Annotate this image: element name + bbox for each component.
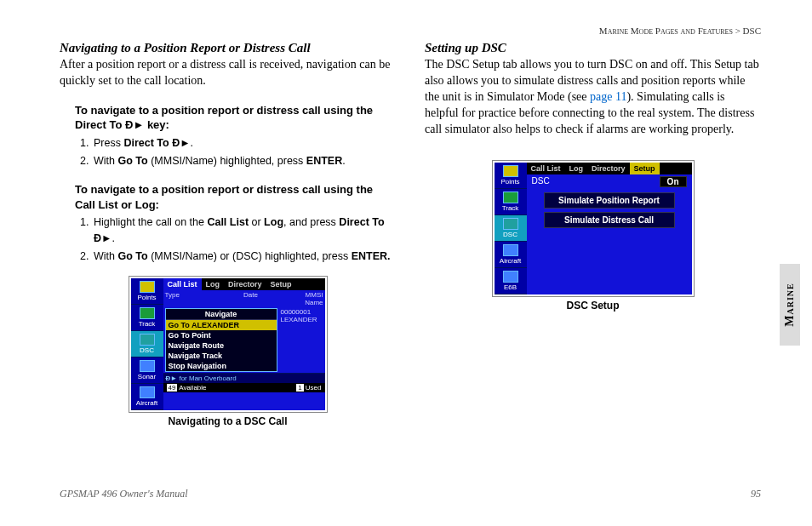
points-icon	[140, 281, 155, 293]
dsc-icon	[503, 218, 518, 230]
sonar-icon	[140, 360, 155, 372]
e6b-icon	[503, 271, 518, 283]
page-footer: GPSMAP 496 Owner's Manual 95	[60, 488, 761, 500]
proc2-step1: Highlight the call on the Call List or L…	[92, 214, 396, 247]
proc2-steps: Highlight the call on the Call List or L…	[92, 214, 396, 264]
breadcrumb: Marine Mode Pages and Features > DSC	[60, 26, 761, 36]
proc1-step1: Press Direct To Đ►.	[92, 135, 396, 152]
points-icon	[503, 165, 518, 177]
manual-title: GPSMAP 496 Owner's Manual	[60, 488, 188, 500]
track-icon	[503, 192, 518, 203]
aircraft-icon	[503, 244, 518, 256]
sim-position-button: Simulate Position Report	[544, 192, 675, 209]
page-number: 95	[751, 488, 761, 500]
track-icon	[140, 307, 155, 319]
direct-to-icon: Đ►	[125, 117, 144, 133]
right-heading: Setting up DSC	[425, 41, 761, 55]
page-link[interactable]: page 11	[590, 90, 626, 103]
direct-to-icon: Đ►	[94, 231, 112, 247]
figure-1: Points Track DSC Sonar Aircraft Call Lis…	[60, 277, 396, 427]
sim-distress-button: Simulate Distress Call	[544, 212, 675, 228]
section-tab-marine: Marine	[780, 264, 800, 346]
dsc-icon	[140, 334, 155, 346]
right-body: The DSC Setup tab allows you to turn DSC…	[425, 57, 761, 137]
figure-2-caption: DSC Setup	[425, 300, 761, 312]
proc1-steps: Press Direct To Đ►. With Go To (MMSI/Nam…	[92, 135, 396, 169]
proc1-step2: With Go To (MMSI/Name) highlighted, pres…	[92, 153, 396, 169]
aircraft-icon	[140, 386, 155, 398]
figure-2: Points Track DSC Aircraft E6B Call ListL…	[425, 161, 761, 312]
left-intro: After a position report or a distress ca…	[60, 57, 396, 89]
proc2-step2: With Go To (MMSI/Name) or (DSC) highligh…	[92, 249, 396, 265]
direct-to-icon: Đ►	[172, 135, 190, 152]
device-screenshot-2: Points Track DSC Aircraft E6B Call ListL…	[493, 161, 694, 296]
left-column: Navigating to a Position Report or Distr…	[60, 41, 396, 427]
left-heading: Navigating to a Position Report or Distr…	[60, 41, 396, 55]
proc2-heading: To navigate to a position report or dist…	[75, 182, 396, 212]
proc1-heading: To navigate to a position report or dist…	[75, 103, 396, 133]
direct-to-icon: Đ►	[166, 374, 178, 382]
device-screenshot-1: Points Track DSC Sonar Aircraft Call Lis…	[129, 277, 327, 412]
figure-1-caption: Navigating to a DSC Call	[60, 415, 396, 427]
right-column: Setting up DSC The DSC Setup tab allows …	[425, 41, 761, 427]
